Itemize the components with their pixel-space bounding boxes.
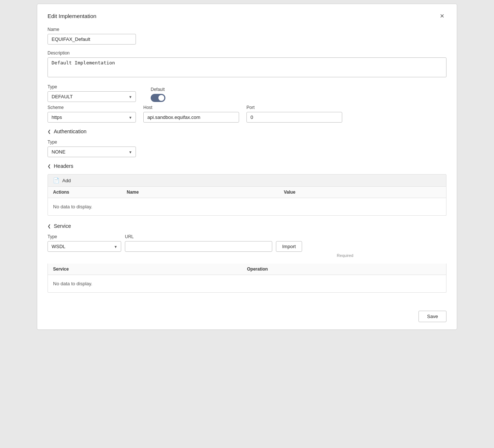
auth-type-field-group: Type NONE BASIC OAUTH — [48, 140, 446, 157]
service-url-wrapper: URL — [125, 234, 272, 252]
service-type-url-group: Type WSDL REST URL Import Required — [48, 234, 446, 258]
headers-empty-message: No data to display. — [48, 198, 446, 215]
host-col: Host — [143, 105, 239, 123]
modal-header: Edit Implementation × — [48, 11, 446, 20]
authentication-chevron: ❮ — [48, 129, 51, 134]
service-type-url-row: Type WSDL REST URL Import — [48, 234, 446, 252]
scheme-label: Scheme — [48, 105, 136, 110]
modal-footer: Save — [418, 311, 446, 322]
port-label: Port — [246, 105, 342, 110]
host-input[interactable] — [143, 112, 239, 123]
headers-table: Actions Name Value No data to display. — [48, 187, 446, 216]
type-col: Type DEFAULT — [48, 84, 136, 102]
authentication-section-label: Authentication — [54, 128, 87, 134]
description-field-group: Description Default Implementation — [48, 50, 446, 78]
service-section-label: Service — [54, 223, 71, 229]
toggle-slider — [151, 94, 165, 102]
headers-col-name: Name — [127, 190, 284, 195]
service-table-header: Service Operation — [48, 264, 446, 275]
headers-add-label: Add — [62, 178, 71, 183]
port-input[interactable] — [246, 112, 342, 123]
required-text: Required — [125, 253, 353, 258]
service-type-wrapper: Type WSDL REST — [48, 234, 121, 252]
service-chevron: ❮ — [48, 224, 51, 229]
close-button[interactable]: × — [438, 11, 446, 20]
name-input[interactable] — [48, 34, 136, 45]
add-document-icon: 📄 — [53, 177, 59, 183]
service-type-select-wrapper: WSDL REST — [48, 241, 121, 252]
scheme-select-wrapper: https http — [48, 112, 136, 123]
auth-type-select[interactable]: NONE BASIC OAUTH — [48, 147, 136, 157]
type-select[interactable]: DEFAULT — [48, 91, 136, 102]
headers-chevron: ❮ — [48, 164, 51, 169]
service-section: ❮ Service Type WSDL REST URL — [48, 223, 446, 293]
import-button[interactable]: Import — [276, 241, 302, 252]
service-url-label: URL — [125, 234, 272, 239]
description-label: Description — [48, 50, 446, 56]
name-label: Name — [48, 27, 446, 32]
port-col: Port — [246, 105, 342, 123]
save-button[interactable]: Save — [418, 311, 446, 322]
scheme-select[interactable]: https http — [48, 112, 136, 123]
service-col-service: Service — [53, 267, 247, 272]
default-toggle[interactable] — [151, 94, 165, 102]
modal-container: Edit Implementation × Name Description D… — [37, 4, 457, 330]
modal-title: Edit Implementation — [48, 13, 97, 19]
type-label: Type — [48, 84, 136, 89]
authentication-section: ❮ Authentication Type NONE BASIC OAUTH — [48, 128, 446, 157]
headers-section-header[interactable]: ❮ Headers — [48, 163, 446, 169]
headers-add-bar[interactable]: 📄 Add — [48, 174, 446, 187]
service-col-operation: Operation — [247, 267, 441, 272]
headers-col-value: Value — [284, 190, 441, 195]
service-type-label: Type — [48, 234, 121, 239]
default-toggle-container — [151, 94, 165, 102]
service-type-select[interactable]: WSDL REST — [48, 241, 121, 252]
headers-section-label: Headers — [54, 163, 73, 169]
type-default-row: Type DEFAULT Default — [48, 84, 446, 102]
name-field-group: Name — [48, 27, 446, 45]
service-url-input[interactable] — [125, 241, 272, 252]
scheme-host-port-row: Scheme https http Host Port — [48, 105, 446, 123]
host-label: Host — [143, 105, 239, 110]
auth-type-select-wrapper: NONE BASIC OAUTH — [48, 147, 136, 157]
description-input[interactable]: Default Implementation — [48, 57, 446, 77]
headers-col-actions: Actions — [53, 190, 127, 195]
service-empty-message: No data to display. — [48, 275, 446, 292]
default-label: Default — [151, 87, 165, 92]
authentication-section-header[interactable]: ❮ Authentication — [48, 128, 446, 134]
type-select-wrapper: DEFAULT — [48, 91, 136, 102]
default-col: Default — [151, 87, 165, 102]
scheme-col: Scheme https http — [48, 105, 136, 123]
service-table: Service Operation No data to display. — [48, 264, 446, 293]
service-section-header[interactable]: ❮ Service — [48, 223, 446, 229]
auth-type-label: Type — [48, 140, 446, 145]
headers-section: ❮ Headers 📄 Add Actions Name Value No da… — [48, 163, 446, 216]
headers-table-header: Actions Name Value — [48, 187, 446, 198]
